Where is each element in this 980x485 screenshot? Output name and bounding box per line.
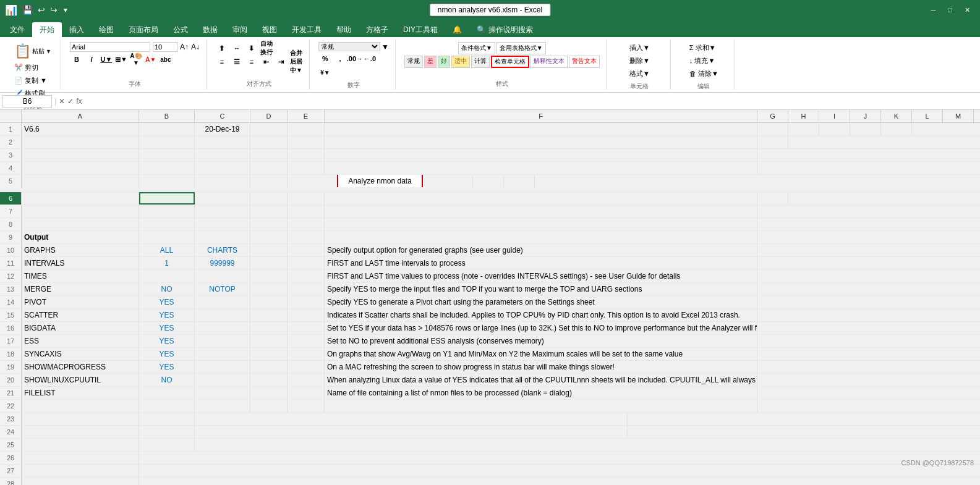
cell-B16[interactable]: YES xyxy=(139,322,195,334)
cell-B11[interactable]: 1 xyxy=(139,257,195,269)
cell-F10[interactable]: Specify output option for generated grap… xyxy=(325,244,757,256)
cell-A2[interactable] xyxy=(22,136,139,148)
col-header-E[interactable]: E xyxy=(288,110,325,122)
cell-D9[interactable] xyxy=(250,231,288,243)
formula-input[interactable] xyxy=(84,96,978,107)
cell-A22[interactable] xyxy=(22,400,139,412)
bold-btn[interactable]: B xyxy=(70,53,83,65)
align-center-btn[interactable]: ☰ xyxy=(230,56,244,68)
cell-B7[interactable] xyxy=(139,205,195,217)
cell-B5[interactable] xyxy=(139,175,195,187)
cell-C8[interactable] xyxy=(195,218,250,230)
cell-B3[interactable] xyxy=(139,149,195,161)
align-top-btn[interactable]: ⬆ xyxy=(215,42,229,54)
cell-D5[interactable] xyxy=(250,175,288,187)
rownum-4[interactable]: 4 xyxy=(0,162,22,174)
currency-btn[interactable]: ¥▼ xyxy=(318,66,332,78)
table-format-btn[interactable]: 套用表格格式▼ xyxy=(496,42,546,54)
rownum-27[interactable]: 27 xyxy=(0,465,22,477)
cell-D6[interactable] xyxy=(250,192,288,205)
style-check-cell[interactable]: 检查单元格 xyxy=(491,56,529,68)
cell-C10[interactable]: CHARTS xyxy=(195,244,250,256)
cell-E12[interactable] xyxy=(288,270,325,282)
cell-F22[interactable] xyxy=(325,400,757,412)
cell-F8[interactable] xyxy=(325,218,757,230)
cell-A14[interactable]: PIVOT xyxy=(22,296,139,308)
rownum-17[interactable]: 17 xyxy=(0,335,22,347)
cell-A27[interactable] xyxy=(22,465,139,477)
cell-F15[interactable]: Indicates if Scatter charts shall be inc… xyxy=(325,309,757,321)
rownum-2[interactable]: 2 xyxy=(0,136,22,148)
cell-F4[interactable] xyxy=(325,162,757,174)
cell-C6[interactable] xyxy=(195,192,250,205)
col-header-B[interactable]: B xyxy=(139,110,195,122)
cell-B8[interactable] xyxy=(139,218,195,230)
cell-D1[interactable] xyxy=(250,123,288,135)
cell-F20[interactable]: When analyzing Linux data a value of YES… xyxy=(325,374,757,386)
cell-A20[interactable]: SHOWLINUXCPUUTIL xyxy=(22,374,139,386)
rownum-16[interactable]: 16 xyxy=(0,322,22,334)
cell-B12[interactable] xyxy=(139,270,195,282)
cell-I1[interactable] xyxy=(819,123,850,135)
cell-B10[interactable]: ALL xyxy=(139,244,195,256)
rownum-14[interactable]: 14 xyxy=(0,296,22,308)
cell-B23[interactable] xyxy=(139,413,195,425)
cell-D14[interactable] xyxy=(250,296,288,308)
cell-D16[interactable] xyxy=(250,322,288,334)
percent-btn[interactable]: % xyxy=(318,53,332,65)
rownum-22[interactable]: 22 xyxy=(0,400,22,412)
wrap-text-btn[interactable]: 自动换行 xyxy=(260,42,273,54)
cell-E18[interactable] xyxy=(288,348,325,360)
cell-F21[interactable]: Name of file containing a list of nmon f… xyxy=(325,387,757,399)
number-format-select[interactable]: 常规 xyxy=(318,42,380,51)
rownum-19[interactable]: 19 xyxy=(0,361,22,373)
cell-B2[interactable] xyxy=(139,136,195,148)
rownum-6[interactable]: 6 xyxy=(0,192,22,205)
cell-B9[interactable] xyxy=(139,231,195,243)
sum-btn[interactable]: Σ 求和▼ xyxy=(686,42,719,54)
tab-review[interactable]: 审阅 xyxy=(225,22,255,37)
fill-btn[interactable]: ↓ 填充▼ xyxy=(686,55,718,67)
cell-F7[interactable] xyxy=(325,205,757,217)
rownum-25[interactable]: 25 xyxy=(0,439,22,451)
comma-btn[interactable]: , xyxy=(333,53,347,65)
cell-E10[interactable] xyxy=(288,244,325,256)
undo-icon[interactable]: ↩ xyxy=(38,5,45,15)
confirm-formula-btn[interactable]: ✓ xyxy=(67,97,74,106)
cell-E22[interactable] xyxy=(288,400,325,412)
col-header-I[interactable]: I xyxy=(819,110,850,122)
col-header-H[interactable]: H xyxy=(788,110,819,122)
increase-indent-btn[interactable]: ⇥ xyxy=(275,56,288,68)
cell-D8[interactable] xyxy=(250,218,288,230)
cell-F9[interactable] xyxy=(325,231,757,243)
cell-F17[interactable]: Set to NO to prevent additional ESS anal… xyxy=(325,335,757,347)
rownum-1[interactable]: 1 xyxy=(0,123,22,135)
align-bot-btn[interactable]: ⬇ xyxy=(245,42,258,54)
rownum-23[interactable]: 23 xyxy=(0,413,22,425)
cell-D7[interactable] xyxy=(250,205,288,217)
cell-D22[interactable] xyxy=(250,400,288,412)
tab-diy[interactable]: DIY工具箱 xyxy=(396,22,445,37)
cell-A3[interactable] xyxy=(22,149,139,161)
cell-G6[interactable] xyxy=(757,192,788,205)
cell-F16[interactable]: Set to YES if your data has > 1048576 ro… xyxy=(325,322,757,334)
cell-F2[interactable] xyxy=(325,136,757,148)
rownum-3[interactable]: 3 xyxy=(0,149,22,161)
merge-cells-btn[interactable]: 合并后居中▼ xyxy=(289,56,303,68)
rownum-26[interactable]: 26 xyxy=(0,452,22,464)
cell-C20[interactable] xyxy=(195,374,250,386)
cell-C15[interactable] xyxy=(195,309,250,321)
col-header-L[interactable]: L xyxy=(912,110,943,122)
rownum-28[interactable]: 28 xyxy=(0,478,22,485)
cell-G2[interactable] xyxy=(757,136,788,148)
insert-btn[interactable]: 插入▼ xyxy=(626,42,653,54)
cell-A24[interactable] xyxy=(22,426,139,438)
border-btn[interactable]: ⊞▼ xyxy=(114,53,128,65)
cell-J1[interactable] xyxy=(850,123,881,135)
cell-A16[interactable]: BIGDATA xyxy=(22,322,139,334)
font-grow-btn[interactable]: A↑ xyxy=(180,43,189,51)
cell-C9[interactable] xyxy=(195,231,250,243)
cell-B17[interactable]: YES xyxy=(139,335,195,347)
cell-D19[interactable] xyxy=(250,361,288,373)
cell-E3[interactable] xyxy=(288,149,325,161)
